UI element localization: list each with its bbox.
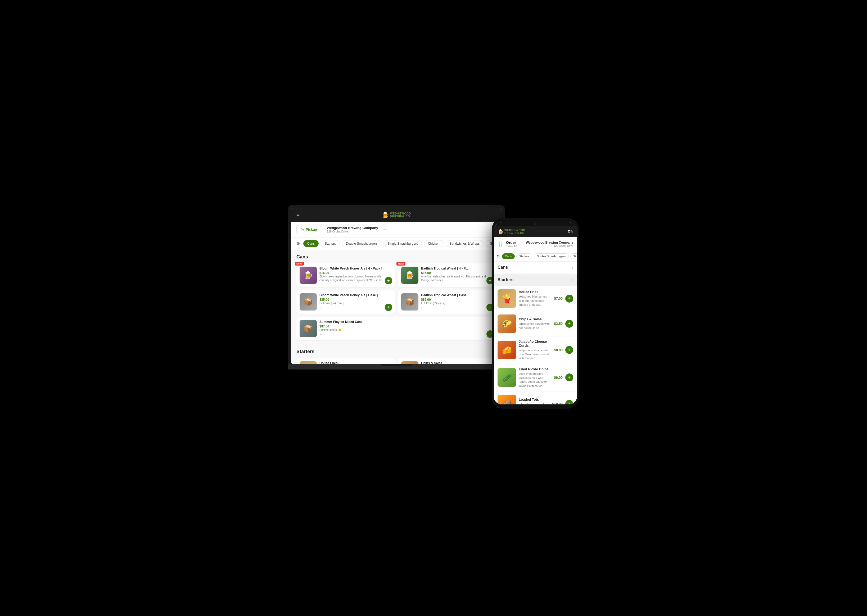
phone-loaded-tots-price: $10.00 [552,402,563,404]
order-label: Order [506,240,517,245]
phone-fried-pickles-info: Fried Pickle Chips deep fried breaded pi… [519,367,551,388]
pickup-icon: 🛍 [301,228,304,232]
house-fries-name: House Fries [319,361,392,364]
phone-item-chips-salsa: 🌮 Chips & Salsa tortilla chips served wi… [494,311,577,336]
phone-chips-salsa-desc: tortilla chips served with our house sal… [519,322,551,330]
tab-chicken[interactable]: Chicken [424,240,443,247]
phone-cans-section-header[interactable]: Cans › [494,262,577,273]
phone-jalapeno-curds-price: $8.00 [554,348,563,352]
phone-house-fries-desc: seasoned fries served with our house bee… [519,295,551,307]
phone-jalapeno-curds-image: 🧀 [497,341,516,359]
phone-item-house-fries: 🍟 House Fries seasoned fries served with… [494,286,577,311]
tab-starters[interactable]: Starters [321,240,340,247]
phone-item-loaded-tots: 🥔 Loaded Tots tots, white queso, diced b… [494,391,577,404]
phone-jalapeno-curds-name: Jalapeño Cheese Curds [519,339,551,347]
badfish-4pack-desc: American style wheat ale brewed wi... Pa… [421,275,493,282]
phone-notch [494,222,577,226]
phone-chips-salsa-image: 🌮 [497,314,516,333]
phone-add-loaded-tots-button[interactable]: + [565,400,573,404]
phone-house-fries-info: House Fries seasoned fries served with o… [519,290,551,307]
bloom-4pack-image: 🍺 [300,267,317,284]
phone-add-house-fries-button[interactable]: + [565,295,573,303]
edit-icon[interactable]: ✏ [384,228,387,232]
bloom-case-name: Bloom White Peach Honey Ale [ Case ] [319,293,392,297]
summer-playlist-desc: Summer beers! 🌞... [319,328,493,336]
bloom-4pack-price: $16.00 [319,271,392,275]
menu-item-bloom-case: 📦 Bloom White Peach Honey Ale [ Case ] $… [296,290,395,314]
phone-screen: 🍺 WEDGEWOOD BREWING CO. 🛍 🍴 Order Table … [494,222,577,404]
phone-chips-salsa-info: Chips & Salsa tortilla chips served with… [519,317,551,330]
tab-sandwiches[interactable]: Sandwiches & Wraps [446,240,484,247]
order-label-group: Order Table 10 [506,240,517,248]
menu-item-bloom-4pack: New! 🍺 Bloom White Peach Honey Ale [ 4 -… [296,264,395,287]
cans-grid: New! 🍺 Bloom White Peach Honey Ale [ 4 -… [296,264,497,314]
phone-fried-pickles-image: 🥒 [497,368,516,387]
phone-camera [534,223,537,225]
phone-loaded-tots-image: 🥔 [497,394,516,404]
phone-tab-starters[interactable]: Starters [516,253,532,259]
phone-add-jalapeno-curds-button[interactable]: + [565,346,573,354]
logo-icon: 🍺 [382,212,389,218]
starters-title: Starters [296,349,497,354]
cart-icon[interactable]: 🛍 [568,229,573,234]
pickup-badge[interactable]: 🛍 Pickup [296,225,321,234]
phone: 🍺 WEDGEWOOD BREWING CO. 🛍 🍴 Order Table … [492,218,579,409]
phone-tab-double[interactable]: Double Smashburgers [534,253,568,259]
badfish-4pack-info: Badfish Tropical Wheat [ 4 - P... $16.00… [421,267,493,283]
phone-filter-icon[interactable]: ⚙ [497,254,500,258]
phone-topbar: 🍺 WEDGEWOOD BREWING CO. 🛍 [494,226,577,237]
badfish-4pack-image: 🍺 [401,267,419,284]
phone-loaded-tots-desc: tots, white queso, diced bacon, and jala… [519,402,549,404]
phone-starters-section-header[interactable]: Starters ∨ [494,274,577,286]
phone-tab-cans[interactable]: Cans [502,253,515,259]
laptop-base [288,364,505,369]
phone-item-jalapeno-curds: 🧀 Jalapeño Cheese Curds jalapeno white c… [494,336,577,364]
badfish-case-image: 📦 [401,293,419,311]
menu-item-house-fries: 🍟 House Fries $7.00 seasoned fries serve… [296,358,395,364]
pickup-label: Pickup [306,228,317,231]
add-bloom-4pack-button[interactable]: + [385,277,392,284]
house-fries-info: House Fries $7.00 seasoned fries served … [319,361,392,364]
phone-house-fries-image: 🍟 [497,289,516,308]
bloom-case-price: $85.00 [319,298,392,302]
phone-item-fried-pickles: 🥒 Fried Pickle Chips deep fried breaded … [494,364,577,392]
starters-grid: 🍟 House Fries $7.00 seasoned fries serve… [296,358,497,364]
tab-double-smash[interactable]: Double Smashburgers [342,240,381,247]
menu-item-summer-playlist: 📦 Summer Playlist Mixed Case $87.50 Summ… [296,317,497,340]
hamburger-menu-icon[interactable]: ≡ [296,212,299,218]
tab-single-smash[interactable]: Single Smashburgers [384,240,422,247]
filter-icon[interactable]: ⚙ [296,241,300,246]
summer-playlist-price: $87.50 [319,325,493,328]
phone-add-chips-salsa-button[interactable]: + [565,320,573,328]
starters-chevron-icon: ∨ [570,277,573,283]
bloom-4pack-desc: Bloom takes inspiration from blooming fl… [319,275,392,282]
phone-starters-title: Starters [497,277,513,282]
phone-category-tabs: ⚙ Cans Starters Double Smashburgers Sing… [494,251,577,262]
summer-playlist-name: Summer Playlist Mixed Case [319,320,493,324]
phone-fried-pickles-desc: deep fried breaded pickles served with r… [519,372,551,388]
new-badge-2: New! [397,262,406,266]
laptop-body: ≡ 🍺 WEDGEWOOD BREWING CO. 🛍 Pickup [288,205,505,364]
phone-house-fries-name: House Fries [519,290,551,294]
phone-jalapeno-curds-info: Jalapeño Cheese Curds jalapeno white che… [519,339,551,360]
phone-fried-pickles-name: Fried Pickle Chips [519,367,551,371]
add-bloom-case-button[interactable]: + [385,303,392,311]
bloom-4pack-name: Bloom White Peach Honey Ale [ 4 - Pack ] [319,267,392,270]
laptop-logo: 🍺 WEDGEWOOD BREWING CO. [382,212,411,218]
starters-section: Starters 🍟 House Fries $7.00 seasoned fr… [291,345,502,364]
restaurant-address: 129 Orpha Drive [327,230,378,233]
order-restaurant-address: 129 Orpha Drive [526,244,573,247]
phone-menu: Cans › Starters ∨ 🍟 House Fries seasoned… [494,262,577,404]
cans-section: Cans New! 🍺 Bloom White Peach Honey Ale … [291,250,502,345]
phone-tab-single[interactable]: Single Sma... [570,253,577,259]
phone-add-fried-pickles-button[interactable]: + [565,374,573,381]
phone-logo-line2: BREWING CO. [504,232,526,235]
phone-order-header: 🍴 Order Table 10 Wedgewood Brewing Compa… [494,237,577,251]
order-restaurant: Wedgewood Brewing Company 129 Orpha Driv… [526,241,573,247]
laptop-content: Cans New! 🍺 Bloom White Peach Honey Ale … [291,250,502,364]
badfish-case-desc: Full Case [ 24 cans ]... [421,302,493,309]
badfish-case-price: $85.00 [421,298,493,302]
tab-cans[interactable]: Cans [303,240,319,247]
pickup-bar: 🛍 Pickup Wedgewood Brewing Company 129 O… [291,222,502,237]
cans-title: Cans [296,254,497,260]
